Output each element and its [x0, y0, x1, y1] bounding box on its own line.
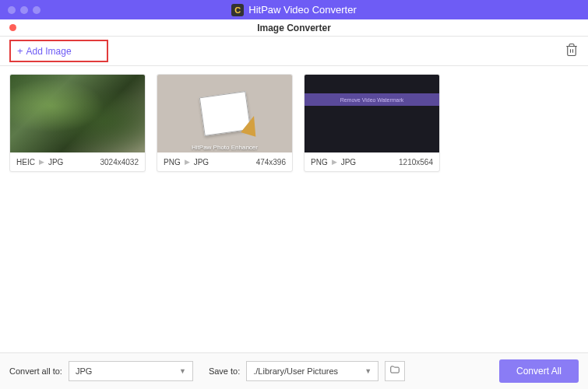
save-to-label: Save to:	[209, 366, 240, 376]
to-format: JPG	[341, 158, 356, 166]
image-thumbnail: Remove Video Watermark	[305, 75, 439, 152]
card-footer: PNG ▶ JPG 1210x564	[305, 152, 439, 171]
content-area: HEIC ▶ JPG 3024x4032 HitPaw Photo Enhanc…	[0, 66, 588, 352]
arrow-right-icon: ▶	[332, 158, 337, 166]
window-minimize-icon[interactable]	[20, 6, 28, 14]
image-cards: HEIC ▶ JPG 3024x4032 HitPaw Photo Enhanc…	[9, 74, 579, 172]
arrow-right-icon: ▶	[185, 158, 190, 166]
format-conversion: HEIC ▶ JPG	[16, 158, 63, 166]
output-format-select[interactable]: JPG ▼	[69, 361, 193, 381]
from-format: PNG	[164, 158, 181, 166]
delete-button[interactable]	[565, 43, 579, 60]
browse-folder-button[interactable]	[385, 361, 405, 381]
save-path-value: ./Library/User Pictures	[253, 366, 338, 376]
toolbar: + Add Image	[0, 37, 588, 66]
sub-header: Image Converter	[0, 19, 588, 37]
convert-all-button[interactable]: Convert All	[499, 359, 579, 383]
plus-icon: +	[17, 45, 23, 57]
to-format: JPG	[194, 158, 209, 166]
image-thumbnail	[10, 75, 145, 152]
image-card[interactable]: HEIC ▶ JPG 3024x4032	[9, 74, 146, 172]
add-image-button[interactable]: + Add Image	[9, 40, 108, 62]
trash-icon	[565, 46, 579, 59]
window-close-icon[interactable]	[8, 6, 16, 14]
close-icon[interactable]	[9, 24, 16, 31]
format-conversion: PNG ▶ JPG	[311, 158, 356, 166]
from-format: HEIC	[16, 158, 35, 166]
app-title: C HitPaw Video Converter	[231, 4, 357, 16]
save-path-select[interactable]: ./Library/User Pictures ▼	[246, 361, 379, 381]
dimensions-label: 474x396	[256, 158, 286, 166]
dimensions-label: 3024x4032	[100, 158, 139, 166]
window-zoom-icon[interactable]	[33, 6, 40, 14]
window-controls[interactable]	[8, 6, 40, 14]
dimensions-label: 1210x564	[399, 158, 433, 166]
image-card[interactable]: Remove Video Watermark PNG ▶ JPG 1210x56…	[304, 74, 440, 172]
page-title: Image Converter	[257, 23, 331, 33]
from-format: PNG	[311, 158, 328, 166]
arrow-right-icon: ▶	[39, 158, 44, 166]
folder-icon	[389, 364, 400, 378]
chevron-down-icon: ▼	[364, 367, 371, 375]
app-logo-icon: C	[231, 4, 244, 16]
image-thumbnail: HitPaw Photo Enhancer	[157, 75, 292, 152]
card-footer: HEIC ▶ JPG 3024x4032	[10, 152, 145, 171]
thumbnail-overlay-text: HitPaw Photo Enhancer	[157, 144, 292, 151]
card-footer: PNG ▶ JPG 474x396	[157, 152, 292, 171]
app-name-label: HitPaw Video Converter	[248, 4, 357, 16]
convert-all-to-label: Convert all to:	[9, 366, 62, 376]
title-bar: C HitPaw Video Converter	[0, 0, 588, 19]
output-format-value: JPG	[76, 366, 92, 376]
bottom-bar: Convert all to: JPG ▼ Save to: ./Library…	[0, 352, 588, 389]
chevron-down-icon: ▼	[179, 367, 186, 375]
format-conversion: PNG ▶ JPG	[164, 158, 209, 166]
add-image-label: Add Image	[26, 46, 72, 57]
to-format: JPG	[48, 158, 63, 166]
image-card[interactable]: HitPaw Photo Enhancer PNG ▶ JPG 474x396	[157, 74, 293, 172]
thumbnail-banner-text: Remove Video Watermark	[305, 93, 439, 106]
